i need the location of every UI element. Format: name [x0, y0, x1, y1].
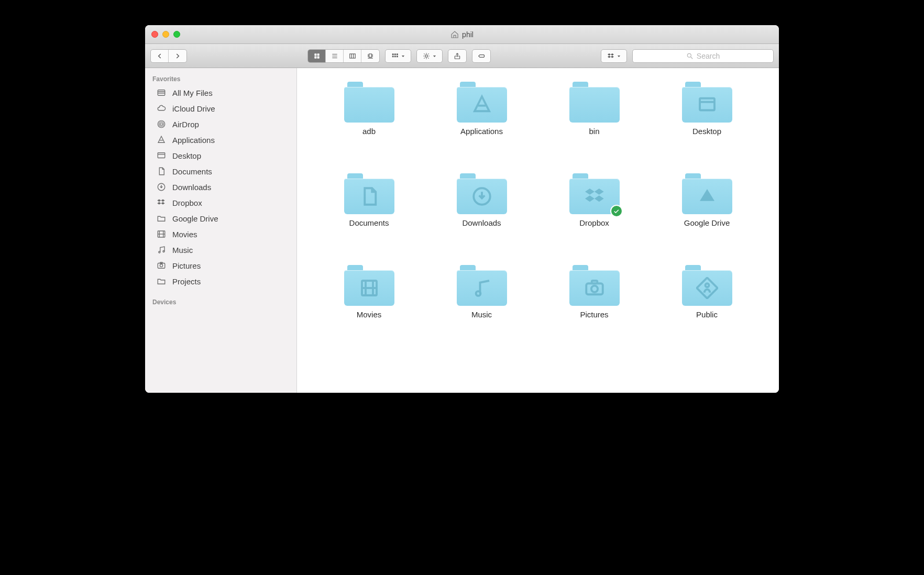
sidebar-item-desktop[interactable]: Desktop	[145, 148, 296, 163]
nav-buttons	[150, 49, 187, 63]
folder-label: Desktop	[692, 127, 721, 136]
folder-icon	[569, 265, 620, 306]
sidebar-item-label: Documents	[172, 167, 212, 176]
desktop-icon	[156, 150, 167, 161]
dropbox-icon	[156, 197, 167, 208]
folder-item[interactable]: Google Drive	[651, 170, 763, 262]
search-placeholder: Search	[697, 52, 720, 60]
window-title-text: phil	[462, 30, 474, 39]
action-button-group	[416, 49, 443, 63]
sidebar-item-applications[interactable]: Applications	[145, 132, 296, 148]
folder-item[interactable]: Applications	[425, 79, 538, 170]
folder-item[interactable]: Movies	[313, 262, 425, 353]
arrange-button[interactable]	[386, 50, 411, 62]
folder-icon	[569, 173, 620, 214]
sidebar-item-google-drive[interactable]: Google Drive	[145, 211, 296, 226]
svg-rect-54	[591, 281, 597, 283]
finder-window: phil	[145, 25, 779, 393]
sidebar-item-music[interactable]: Music	[145, 242, 296, 258]
sidebar-item-all-my-files[interactable]: All My Files	[145, 85, 296, 101]
back-button[interactable]	[151, 50, 169, 62]
folder-icon	[156, 276, 167, 286]
folder-label: Music	[471, 310, 492, 319]
tags-button[interactable]	[472, 50, 490, 62]
coverflow-view-button[interactable]	[361, 50, 379, 62]
home-icon	[450, 30, 459, 39]
sidebar-item-label: Projects	[172, 277, 201, 286]
window-controls	[145, 31, 180, 38]
fullscreen-button[interactable]	[173, 31, 180, 38]
folder-item[interactable]: Public	[651, 262, 763, 353]
toolbar: Search	[145, 44, 779, 68]
svg-rect-14	[392, 53, 394, 55]
folder-item[interactable]: Documents	[313, 170, 425, 262]
content-area[interactable]: adb Applications bin Desktop Documents	[297, 68, 779, 393]
pictures-icon	[156, 260, 167, 271]
sidebar-item-label: All My Files	[172, 89, 213, 97]
column-view-button[interactable]	[344, 50, 361, 62]
folder-label: Google Drive	[684, 218, 730, 227]
folder-label: Pictures	[580, 310, 608, 319]
share-button[interactable]	[448, 50, 466, 62]
svg-rect-24	[158, 90, 165, 96]
action-button[interactable]	[417, 50, 442, 62]
sidebar-item-movies[interactable]: Movies	[145, 226, 296, 242]
folder-icon	[682, 265, 732, 306]
search-field[interactable]: Search	[632, 49, 774, 63]
folder-label: adb	[362, 127, 376, 136]
dropbox-toolbar-button[interactable]	[601, 50, 626, 62]
sidebar-item-pictures[interactable]: Pictures	[145, 258, 296, 273]
folder-item[interactable]: Downloads	[425, 170, 538, 262]
folder-label: Public	[696, 310, 718, 319]
view-mode-buttons	[307, 49, 380, 63]
svg-line-23	[691, 57, 693, 59]
svg-rect-16	[397, 53, 398, 55]
close-button[interactable]	[151, 31, 158, 38]
tags-button-group	[472, 49, 491, 63]
folder-label: Applications	[460, 127, 503, 136]
sidebar-item-airdrop[interactable]: AirDrop	[145, 116, 296, 132]
folder-icon	[344, 82, 394, 123]
arrange-button-group	[385, 49, 411, 63]
sidebar-item-dropbox[interactable]: Dropbox	[145, 195, 296, 211]
folder-item[interactable]: Desktop	[651, 79, 763, 170]
folder-icon	[682, 173, 732, 214]
svg-rect-10	[369, 53, 372, 57]
folder-icon	[344, 173, 394, 214]
titlebar: phil	[145, 25, 779, 44]
sidebar-item-label: Dropbox	[172, 198, 202, 207]
search-icon	[686, 52, 694, 60]
sidebar-item-icloud-drive[interactable]: iCloud Drive	[145, 101, 296, 116]
sync-badge-icon	[610, 205, 623, 217]
folder-item[interactable]: Dropbox	[538, 170, 651, 262]
list-view-button[interactable]	[326, 50, 344, 62]
icloud-icon	[156, 103, 167, 114]
svg-point-39	[163, 251, 164, 252]
forward-button[interactable]	[169, 50, 186, 62]
sidebar-item-label: Music	[172, 246, 193, 255]
folder-label: Movies	[357, 310, 382, 319]
svg-rect-18	[394, 56, 396, 57]
sidebar-item-label: Downloads	[172, 183, 211, 192]
share-button-group	[448, 49, 467, 63]
folder-item[interactable]: Music	[425, 262, 538, 353]
sidebar-item-documents[interactable]: Documents	[145, 163, 296, 179]
svg-rect-7	[349, 53, 355, 58]
folder-label: bin	[589, 127, 599, 136]
sidebar-item-projects[interactable]: Projects	[145, 273, 296, 289]
icon-view-button[interactable]	[308, 50, 326, 62]
minimize-button[interactable]	[162, 31, 169, 38]
folder-icon	[569, 82, 620, 123]
svg-rect-1	[317, 53, 319, 56]
svg-rect-2	[314, 56, 316, 58]
folder-item[interactable]: adb	[313, 79, 425, 170]
folder-item[interactable]: bin	[538, 79, 651, 170]
folder-label: Documents	[349, 218, 389, 227]
folder-icon	[457, 82, 507, 123]
folder-icon	[457, 265, 507, 306]
sidebar-item-downloads[interactable]: Downloads	[145, 179, 296, 195]
folder-item[interactable]: Pictures	[538, 262, 651, 353]
sidebar-item-label: Applications	[172, 136, 215, 145]
folder-icon	[344, 265, 394, 306]
sidebar-item-label: iCloud Drive	[172, 104, 215, 113]
